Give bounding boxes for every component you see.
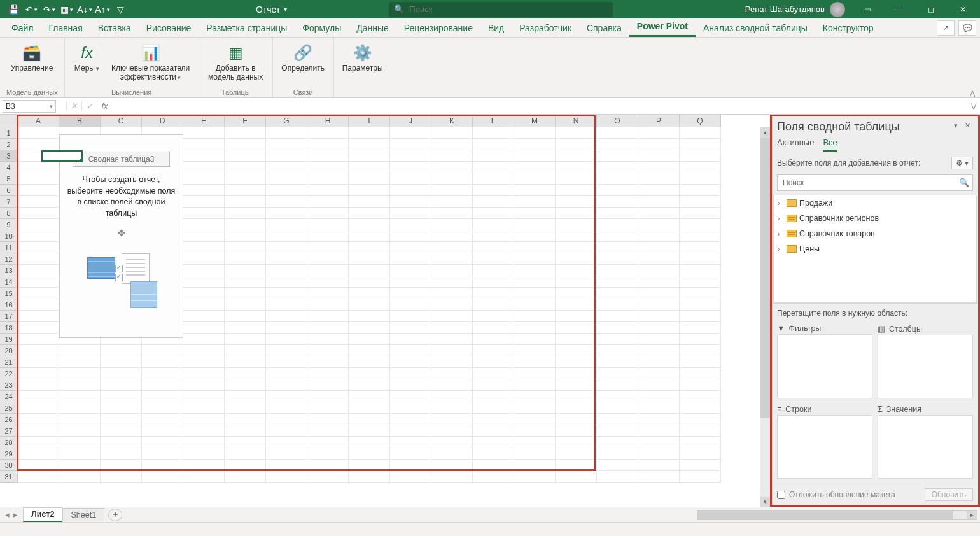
cell[interactable] bbox=[680, 242, 721, 253]
cell[interactable] bbox=[514, 208, 556, 219]
cell[interactable] bbox=[390, 414, 431, 425]
tab-pivot-analyze[interactable]: Анализ сводной таблицы bbox=[696, 19, 815, 37]
cell[interactable] bbox=[183, 208, 225, 219]
cell[interactable] bbox=[183, 368, 225, 379]
cell[interactable] bbox=[183, 242, 225, 253]
field-table-item[interactable]: ›Цены bbox=[774, 241, 976, 257]
cell[interactable] bbox=[556, 185, 597, 196]
cell[interactable] bbox=[307, 448, 349, 460]
cell[interactable] bbox=[266, 127, 307, 139]
cell[interactable] bbox=[597, 391, 638, 402]
cell[interactable] bbox=[349, 276, 390, 288]
minimize-icon[interactable]: — bbox=[885, 0, 914, 18]
row-header[interactable]: 11 bbox=[0, 242, 18, 253]
cell[interactable] bbox=[349, 437, 390, 448]
row-header[interactable]: 6 bbox=[0, 185, 18, 196]
cell[interactable] bbox=[18, 322, 59, 334]
cell[interactable] bbox=[266, 230, 307, 242]
name-box[interactable]: B3 ▾ bbox=[3, 100, 56, 113]
column-headers[interactable]: ABCDEFGHIJKLMNOPQ bbox=[18, 115, 721, 127]
cell[interactable] bbox=[183, 219, 225, 230]
cell[interactable] bbox=[349, 425, 390, 437]
row-header[interactable]: 4 bbox=[0, 162, 18, 173]
cell[interactable] bbox=[349, 448, 390, 460]
cell[interactable] bbox=[142, 379, 183, 391]
cell[interactable] bbox=[514, 288, 556, 299]
cell[interactable] bbox=[680, 208, 721, 219]
qat-item-icon[interactable]: ▦ bbox=[59, 2, 75, 17]
account-name[interactable]: Ренат Шагабутдинов bbox=[740, 2, 850, 17]
row-header[interactable]: 26 bbox=[0, 414, 18, 425]
cell[interactable] bbox=[307, 127, 349, 139]
row-header[interactable]: 25 bbox=[0, 402, 18, 414]
cell[interactable] bbox=[597, 356, 638, 368]
cell[interactable] bbox=[556, 460, 597, 471]
cell[interactable] bbox=[390, 162, 431, 173]
cell[interactable] bbox=[431, 219, 473, 230]
row-header[interactable]: 18 bbox=[0, 322, 18, 334]
cell[interactable] bbox=[638, 345, 680, 356]
undo-icon[interactable]: ↶ bbox=[23, 2, 39, 17]
cell[interactable] bbox=[349, 402, 390, 414]
cell[interactable] bbox=[514, 414, 556, 425]
cell[interactable] bbox=[225, 253, 266, 265]
cell[interactable] bbox=[680, 425, 721, 437]
cell[interactable] bbox=[597, 345, 638, 356]
cell[interactable] bbox=[514, 311, 556, 322]
cell[interactable] bbox=[349, 219, 390, 230]
tab-developer[interactable]: Разработчик bbox=[512, 19, 579, 37]
cell[interactable] bbox=[183, 345, 225, 356]
cell[interactable] bbox=[266, 471, 307, 483]
cell[interactable] bbox=[266, 356, 307, 368]
cell[interactable] bbox=[266, 276, 307, 288]
cell[interactable] bbox=[514, 402, 556, 414]
row-header[interactable]: 24 bbox=[0, 391, 18, 402]
sheet-tab-1[interactable]: Лист2 bbox=[23, 507, 62, 522]
cell[interactable] bbox=[473, 139, 514, 150]
cell[interactable] bbox=[349, 345, 390, 356]
cell[interactable] bbox=[18, 139, 59, 150]
cell[interactable] bbox=[514, 185, 556, 196]
sheet-tab-2[interactable]: Sheet1 bbox=[62, 508, 104, 521]
row-header[interactable]: 13 bbox=[0, 265, 18, 276]
cell[interactable] bbox=[597, 334, 638, 345]
column-header[interactable]: N bbox=[556, 115, 597, 127]
cell[interactable] bbox=[349, 322, 390, 334]
cell[interactable] bbox=[638, 402, 680, 414]
cell[interactable] bbox=[390, 437, 431, 448]
cell[interactable] bbox=[473, 322, 514, 334]
cell[interactable] bbox=[349, 242, 390, 253]
cell[interactable] bbox=[18, 460, 59, 471]
cell[interactable] bbox=[597, 230, 638, 242]
cell[interactable] bbox=[390, 334, 431, 345]
cell[interactable] bbox=[225, 127, 266, 139]
cell[interactable] bbox=[556, 368, 597, 379]
cell[interactable] bbox=[349, 230, 390, 242]
cell[interactable] bbox=[225, 460, 266, 471]
cell[interactable] bbox=[638, 219, 680, 230]
cell[interactable] bbox=[307, 150, 349, 162]
cell[interactable] bbox=[183, 356, 225, 368]
cell[interactable] bbox=[473, 162, 514, 173]
cell[interactable] bbox=[431, 230, 473, 242]
cell[interactable] bbox=[473, 219, 514, 230]
scroll-down-icon[interactable]: ▾ bbox=[760, 497, 770, 507]
cell[interactable] bbox=[225, 311, 266, 322]
cell[interactable] bbox=[18, 265, 59, 276]
cell[interactable] bbox=[680, 127, 721, 139]
cell[interactable] bbox=[225, 414, 266, 425]
cell[interactable] bbox=[349, 162, 390, 173]
cell[interactable] bbox=[18, 448, 59, 460]
expand-icon[interactable]: › bbox=[778, 230, 784, 237]
row-header[interactable]: 16 bbox=[0, 299, 18, 311]
cell[interactable] bbox=[597, 368, 638, 379]
cell[interactable] bbox=[597, 471, 638, 483]
cell[interactable] bbox=[431, 196, 473, 208]
namebox-dropdown-icon[interactable]: ▾ bbox=[50, 103, 53, 109]
cell[interactable] bbox=[597, 173, 638, 185]
column-header[interactable]: D bbox=[142, 115, 183, 127]
cell[interactable] bbox=[390, 265, 431, 276]
fx-icon[interactable]: fx bbox=[97, 101, 112, 111]
hscroll-thumb[interactable] bbox=[698, 511, 953, 519]
scroll-up-icon[interactable]: ▴ bbox=[760, 127, 770, 138]
